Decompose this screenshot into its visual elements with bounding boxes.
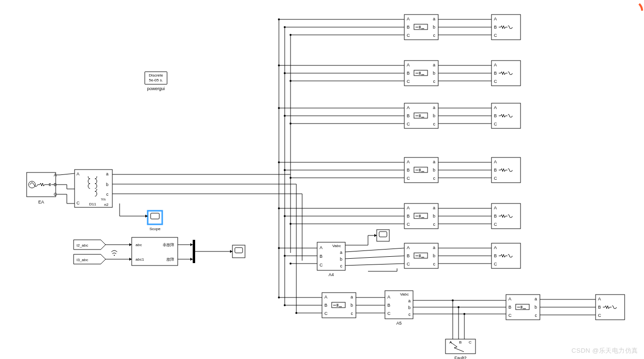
svg-text:c: c — [433, 262, 436, 266]
from-tag-1[interactable]: I2_abc — [74, 240, 106, 250]
svg-text:C: C — [407, 79, 410, 84]
svg-text:C: C — [508, 313, 512, 318]
svg-text:b: b — [340, 257, 342, 262]
svg-point-121 — [290, 177, 291, 179]
svg-text:A: A — [494, 105, 497, 110]
svg-text:B: B — [459, 340, 461, 344]
load-block[interactable]: A B C — [491, 15, 521, 40]
svg-text:C: C — [494, 33, 497, 38]
svg-point-192 — [284, 304, 286, 306]
scope-a4[interactable] — [377, 230, 389, 241]
svg-text:b: b — [106, 182, 108, 187]
svg-text:a: a — [351, 295, 353, 299]
svg-text:c: c — [433, 33, 436, 38]
svg-text:C: C — [469, 340, 472, 344]
svg-text:Vabc: Vabc — [400, 292, 409, 297]
feeder-row-meas: Vabc A B C a b c A4 ABC abc ABC — [278, 230, 521, 277]
svg-text:C: C — [494, 222, 497, 227]
scope2-block[interactable] — [232, 245, 245, 258]
svg-marker-41 — [190, 243, 193, 246]
svg-text:A: A — [494, 205, 497, 210]
svg-rect-44 — [232, 245, 245, 258]
transformer-block[interactable]: A C a b c D11 Yn n2 — [75, 170, 112, 207]
svg-text:A: A — [449, 340, 452, 344]
svg-text:c: c — [535, 313, 537, 318]
line-block[interactable]: A B C a b c — [404, 15, 438, 40]
svg-text:C: C — [494, 122, 497, 126]
svg-text:C: C — [407, 222, 410, 227]
svg-text:c: c — [340, 264, 343, 268]
svg-text:c: c — [409, 312, 411, 317]
svg-marker-39 — [129, 258, 132, 261]
svg-text:a: a — [340, 250, 342, 255]
svg-text:B: B — [494, 253, 497, 258]
svg-text:c: c — [351, 311, 353, 316]
svg-text:b: b — [433, 71, 435, 76]
meas-block-a4[interactable]: Vabc A B C a b c — [317, 242, 345, 270]
simulink-canvas[interactable]: Discrete 5e-05 s. powergui A B C EA A C … — [0, 0, 644, 359]
feeder-row-2: ABC abc ABC — [278, 61, 521, 86]
svg-text:A: A — [387, 295, 390, 299]
wire — [120, 203, 148, 216]
svg-text:a: a — [535, 297, 537, 301]
svg-text:C: C — [407, 33, 410, 38]
svg-text:b: b — [433, 253, 435, 258]
source-block[interactable]: A B C EA — [27, 172, 60, 204]
svg-text:B: B — [407, 168, 410, 172]
subsystem-block[interactable]: abc abc1 非故障 故障 — [132, 237, 178, 265]
svg-text:b: b — [433, 168, 435, 172]
svg-text:A: A — [407, 105, 410, 110]
mux-block[interactable] — [193, 240, 195, 263]
svg-text:b: b — [535, 305, 537, 310]
svg-text:非故障: 非故障 — [163, 243, 174, 247]
svg-text:b: b — [433, 25, 435, 30]
svg-text:故障: 故障 — [167, 257, 174, 262]
svg-text:C: C — [324, 311, 328, 316]
svg-text:B: B — [407, 25, 410, 30]
svg-text:C: C — [387, 311, 391, 316]
svg-rect-25 — [148, 211, 162, 224]
svg-line-18 — [60, 173, 75, 175]
svg-text:abc: abc — [136, 243, 142, 247]
watermark: CSDN @乐天电力仿真 — [571, 346, 638, 355]
svg-marker-47 — [230, 250, 232, 253]
svg-text:C: C — [77, 201, 80, 205]
svg-text:B: B — [508, 305, 511, 310]
svg-point-61 — [284, 26, 286, 28]
scope-block[interactable]: Scope — [148, 211, 162, 231]
svg-point-193 — [295, 312, 297, 314]
meas-block-a5[interactable]: Vabc A B C a b c — [385, 291, 413, 319]
svg-point-102 — [290, 123, 291, 125]
svg-marker-37 — [129, 243, 132, 246]
svg-text:C: C — [407, 176, 410, 181]
powergui-line2: 5e-05 s. — [149, 78, 163, 82]
svg-text:b: b — [433, 214, 435, 219]
svg-text:Vabc: Vabc — [332, 244, 341, 248]
feeder-row-3: ABC abc ABC — [278, 103, 521, 128]
from-tag-2[interactable]: I3_abc — [74, 254, 106, 264]
svg-text:B: B — [598, 305, 601, 310]
svg-text:B: B — [494, 25, 497, 30]
svg-point-158 — [284, 255, 286, 257]
svg-marker-43 — [190, 258, 193, 261]
svg-text:C: C — [494, 176, 497, 181]
fault-block[interactable]: A B C — [445, 339, 475, 354]
svg-text:B: B — [407, 214, 410, 219]
svg-point-140 — [290, 223, 291, 225]
svg-text:C: C — [407, 262, 410, 266]
svg-point-119 — [278, 161, 280, 163]
svg-text:n2: n2 — [104, 203, 108, 207]
svg-text:A: A — [320, 245, 322, 250]
powergui-block[interactable]: Discrete 5e-05 s. powergui — [145, 72, 167, 91]
signal-router-icon — [111, 250, 117, 256]
svg-text:D11: D11 — [89, 202, 96, 206]
svg-text:I3_abc: I3_abc — [77, 258, 88, 262]
scope-label: Scope — [150, 227, 161, 231]
svg-text:a: a — [433, 205, 435, 210]
svg-point-82 — [284, 72, 286, 74]
svg-point-138 — [278, 207, 280, 209]
svg-point-60 — [278, 18, 280, 20]
svg-text:c: c — [433, 222, 436, 227]
svg-text:Fault2: Fault2 — [454, 356, 466, 359]
svg-point-100 — [278, 107, 280, 109]
